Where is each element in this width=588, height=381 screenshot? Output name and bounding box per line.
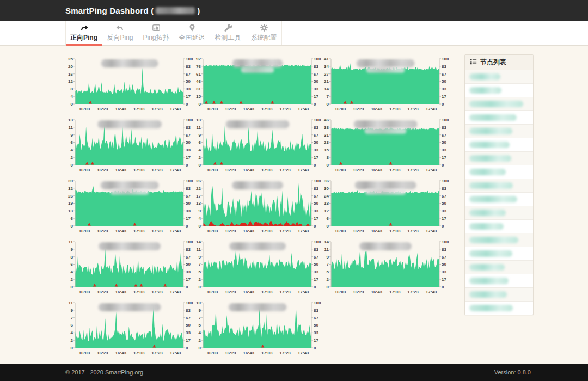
svg-text:50: 50 bbox=[442, 201, 446, 206]
svg-text:100: 100 bbox=[442, 118, 449, 122]
app-footer: © 2017 - 2020 SmartPing.org Version: 0.8… bbox=[0, 364, 588, 381]
node-list-item[interactable] bbox=[465, 233, 533, 247]
version-text: Version: 0.8.0 bbox=[494, 369, 531, 376]
node-list-item[interactable] bbox=[465, 111, 533, 125]
node-list-item[interactable] bbox=[465, 247, 533, 261]
node-list-item[interactable] bbox=[465, 261, 533, 274]
ping-chart-13[interactable]: 024679110173350678310016:0316:2316:4317:… bbox=[65, 298, 193, 359]
svg-text:17:03: 17:03 bbox=[133, 229, 145, 233]
ping-chart-6[interactable]: 0815233138460173350678310016:0316:2316:4… bbox=[321, 115, 449, 176]
ping-chart-10[interactable]: 024689110173350678310016:0316:2316:4317:… bbox=[65, 237, 193, 298]
tab-national-latency[interactable]: 全国延迟 bbox=[174, 21, 210, 45]
chart-title-redacted bbox=[97, 120, 162, 128]
svg-text:16:43: 16:43 bbox=[371, 290, 383, 294]
svg-text:6: 6 bbox=[71, 323, 74, 328]
svg-text:17:03: 17:03 bbox=[261, 351, 273, 355]
node-name-redacted bbox=[469, 182, 513, 189]
svg-text:67: 67 bbox=[314, 316, 318, 321]
node-list-item[interactable] bbox=[465, 220, 533, 233]
svg-text:6: 6 bbox=[199, 140, 201, 145]
svg-text:92: 92 bbox=[196, 57, 201, 62]
svg-text:33: 33 bbox=[186, 330, 191, 335]
svg-text:4: 4 bbox=[71, 148, 74, 152]
node-list-item[interactable] bbox=[465, 138, 533, 152]
svg-text:17:43: 17:43 bbox=[170, 290, 181, 294]
svg-text:0: 0 bbox=[314, 163, 316, 168]
node-name-redacted bbox=[469, 305, 513, 311]
svg-text:83: 83 bbox=[186, 247, 191, 252]
tab-forward-ping[interactable]: 正向Ping bbox=[65, 21, 102, 45]
svg-text:31: 31 bbox=[324, 133, 329, 138]
svg-text:9: 9 bbox=[327, 255, 329, 260]
ping-chart-7[interactable]: 0613192632390173350678310016:0316:2316:4… bbox=[65, 176, 193, 237]
svg-text:2: 2 bbox=[71, 338, 74, 343]
svg-text:7: 7 bbox=[71, 316, 74, 321]
ping-chart-9[interactable]: 0612182430360173350678310016:0316:2316:4… bbox=[321, 176, 449, 237]
svg-text:0: 0 bbox=[314, 224, 316, 229]
ping-chart-4[interactable]: 0246911130173350678310016:0316:2316:4317… bbox=[65, 115, 193, 176]
node-list-item[interactable] bbox=[465, 97, 533, 111]
tab-system-config[interactable]: 系统配置 bbox=[246, 21, 282, 45]
svg-text:4: 4 bbox=[199, 330, 201, 335]
svg-text:17:03: 17:03 bbox=[133, 168, 145, 173]
node-name-redacted bbox=[469, 196, 517, 202]
svg-text:23: 23 bbox=[324, 140, 329, 145]
ping-chart-8[interactable]: 049131722260173350678310016:0316:2316:43… bbox=[193, 176, 321, 237]
node-list-item[interactable] bbox=[465, 165, 533, 179]
node-list-item[interactable] bbox=[465, 302, 533, 315]
node-list-header: 节点列表 bbox=[465, 55, 533, 70]
ping-chart-2[interactable]: 01531466176920173350678310016:0316:2316:… bbox=[193, 54, 321, 115]
svg-text:17:03: 17:03 bbox=[389, 107, 401, 112]
ping-chart-1[interactable]: 048121620250173350678310016:0316:2316:43… bbox=[65, 54, 193, 115]
nav-tabbar: 正向Ping 反向Ping Ping拓扑 全国延迟 检测工具 系统配置 bbox=[0, 21, 588, 46]
svg-text:100: 100 bbox=[314, 179, 321, 183]
tab-reverse-ping[interactable]: 反向Ping bbox=[102, 21, 138, 45]
chart-subtitle-redacted bbox=[110, 189, 149, 195]
svg-text:16:03: 16:03 bbox=[335, 107, 346, 112]
svg-text:39: 39 bbox=[68, 179, 73, 183]
svg-text:17: 17 bbox=[314, 94, 318, 99]
svg-text:17:23: 17:23 bbox=[279, 351, 291, 355]
ping-chart-14[interactable]: 024579100173350678310016:0316:2316:4317:… bbox=[193, 298, 321, 359]
node-list-item[interactable] bbox=[465, 152, 533, 165]
svg-text:30: 30 bbox=[324, 186, 329, 191]
node-list-item[interactable] bbox=[465, 206, 533, 220]
svg-text:16:43: 16:43 bbox=[243, 229, 255, 233]
svg-text:0: 0 bbox=[314, 102, 316, 107]
tab-detect-tools[interactable]: 检测工具 bbox=[210, 21, 246, 45]
node-list-item[interactable] bbox=[465, 193, 533, 206]
svg-text:67: 67 bbox=[442, 133, 446, 138]
svg-text:0: 0 bbox=[186, 285, 188, 290]
node-list-item[interactable] bbox=[465, 179, 533, 193]
svg-text:17:23: 17:23 bbox=[151, 290, 163, 294]
svg-text:16:23: 16:23 bbox=[97, 107, 108, 112]
svg-text:33: 33 bbox=[314, 148, 318, 152]
node-list-item[interactable] bbox=[465, 288, 533, 302]
svg-text:100: 100 bbox=[186, 300, 193, 305]
svg-text:4: 4 bbox=[199, 148, 201, 152]
svg-text:0: 0 bbox=[199, 224, 201, 229]
svg-text:11: 11 bbox=[197, 125, 201, 130]
svg-text:0: 0 bbox=[442, 102, 444, 107]
node-list-item[interactable] bbox=[465, 274, 533, 288]
svg-text:9: 9 bbox=[199, 308, 201, 313]
chart-title-redacted bbox=[228, 303, 286, 311]
svg-text:22: 22 bbox=[196, 186, 201, 191]
hostname-redacted bbox=[156, 7, 195, 14]
node-list-item[interactable] bbox=[465, 70, 533, 84]
ping-chart-12[interactable]: 0257911140173350678310016:0316:2316:4317… bbox=[321, 237, 449, 298]
node-list-item[interactable] bbox=[465, 84, 533, 97]
svg-text:16:43: 16:43 bbox=[371, 168, 383, 173]
svg-text:16:23: 16:23 bbox=[225, 351, 236, 355]
svg-text:17:43: 17:43 bbox=[298, 229, 309, 233]
svg-text:16:03: 16:03 bbox=[79, 290, 90, 294]
svg-text:83: 83 bbox=[442, 247, 446, 252]
ping-chart-3[interactable]: 0714212734410173350678310016:0316:2316:4… bbox=[321, 54, 449, 115]
svg-text:19: 19 bbox=[68, 201, 73, 206]
tab-ping-topology[interactable]: Ping拓扑 bbox=[138, 21, 174, 45]
ping-chart-11[interactable]: 0257911140173350678310016:0316:2316:4317… bbox=[193, 237, 321, 298]
node-list-item[interactable] bbox=[465, 125, 533, 138]
svg-text:17:23: 17:23 bbox=[151, 351, 163, 355]
svg-text:17:43: 17:43 bbox=[426, 107, 437, 112]
ping-chart-5[interactable]: 0246911130173350678310016:0316:2316:4317… bbox=[193, 115, 321, 176]
